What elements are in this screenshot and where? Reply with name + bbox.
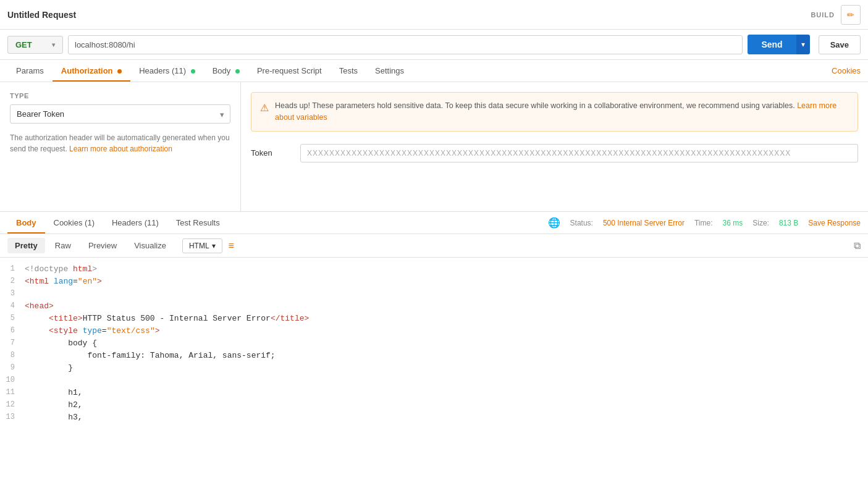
code-line-9: 9 }	[0, 363, 868, 375]
resp-tab-body[interactable]: Body	[7, 212, 45, 234]
line-number: 6	[0, 326, 25, 335]
main-content: TYPE Bearer Token No Auth API Key Basic …	[0, 82, 868, 212]
code-line-11: 11 h1,	[0, 387, 868, 400]
code-line-3: 3	[0, 288, 868, 301]
tab-pre-request-script[interactable]: Pre-request Script	[248, 60, 331, 82]
line-content: <html lang="en">	[25, 277, 868, 286]
type-select-wrapper: Bearer Token No Auth API Key Basic Auth …	[10, 104, 230, 124]
page-title: Untitled Request	[7, 10, 76, 20]
line-number: 9	[0, 363, 25, 372]
size-label: Size:	[752, 219, 769, 227]
copy-icon[interactable]: ⧉	[854, 240, 861, 251]
tab-tests[interactable]: Tests	[331, 60, 366, 82]
line-content: <!doctype html>	[25, 264, 868, 274]
line-number: 7	[0, 339, 25, 347]
alert-box: ⚠ Heads up! These parameters hold sensit…	[251, 92, 858, 132]
line-content: h3,	[25, 413, 868, 422]
build-label: BUILD	[811, 11, 835, 19]
edit-button[interactable]: ✏	[841, 5, 861, 25]
line-content: }	[25, 363, 868, 373]
line-number: 3	[0, 289, 25, 298]
token-label: Token	[251, 148, 288, 158]
view-tab-preview[interactable]: Preview	[81, 238, 124, 253]
tab-params[interactable]: Params	[7, 60, 53, 82]
token-row: Token	[251, 144, 858, 162]
wrap-icon[interactable]: ≡	[229, 240, 234, 251]
line-number: 2	[0, 277, 25, 285]
body-dot	[235, 69, 240, 74]
tab-settings[interactable]: Settings	[366, 60, 413, 82]
code-line-5: 5 <title>HTTP Status 500 - Internal Serv…	[0, 313, 868, 326]
resp-tab-headers[interactable]: Headers (11)	[103, 212, 167, 234]
chevron-down-icon: ▾	[212, 242, 216, 250]
tab-authorization[interactable]: Authorization	[53, 60, 130, 82]
token-input[interactable]	[300, 144, 858, 162]
tab-body[interactable]: Body	[204, 60, 248, 82]
line-number: 12	[0, 400, 25, 409]
type-select[interactable]: Bearer Token No Auth API Key Basic Auth …	[10, 104, 230, 124]
code-line-8: 8 font-family: Tahoma, Arial, sans-serif…	[0, 350, 868, 363]
top-bar: Untitled Request BUILD ✏	[0, 0, 868, 30]
code-line-2: 2 <html lang="en">	[0, 276, 868, 288]
tab-headers[interactable]: Headers (11)	[130, 60, 204, 82]
auth-description: The authorization header will be automat…	[10, 132, 230, 154]
view-tab-raw[interactable]: Raw	[48, 238, 78, 253]
globe-icon: 🌐	[548, 217, 560, 229]
url-input[interactable]	[68, 35, 743, 54]
line-number: 13	[0, 413, 25, 421]
resp-tab-cookies[interactable]: Cookies (1)	[45, 212, 103, 234]
line-content: font-family: Tahoma, Arial, sans-serif;	[25, 351, 868, 360]
chevron-down-icon: ▾	[52, 41, 55, 48]
line-content: h1,	[25, 388, 868, 397]
line-number: 5	[0, 314, 25, 322]
type-label: TYPE	[10, 92, 230, 99]
time-value: 36 ms	[723, 219, 743, 227]
learn-more-link[interactable]: Learn more about authorization	[69, 145, 172, 153]
alert-content: Heads up! These parameters hold sensitiv…	[275, 100, 849, 124]
send-button[interactable]: Send	[748, 35, 796, 54]
line-content: body {	[25, 339, 868, 348]
line-number: 10	[0, 376, 25, 384]
line-content: <style type="text/css">	[25, 326, 868, 335]
code-line-6: 6 <style type="text/css">	[0, 326, 868, 338]
code-line-13: 13 h3,	[0, 412, 868, 424]
line-content: h2,	[25, 400, 868, 410]
status-value: 500 Internal Server Error	[603, 219, 685, 227]
time-label: Time:	[694, 219, 713, 227]
line-content: <title>HTTP Status 500 - Internal Server…	[25, 314, 868, 323]
line-number: 8	[0, 351, 25, 360]
method-label: GET	[15, 40, 32, 49]
alert-icon: ⚠	[260, 101, 269, 116]
line-number: 1	[0, 264, 25, 273]
save-response-button[interactable]: Save Response	[808, 219, 861, 227]
line-number: 11	[0, 388, 25, 397]
code-line-4: 4 <head>	[0, 301, 868, 313]
send-arrow-button[interactable]: ▾	[796, 35, 810, 54]
line-content: <head>	[25, 301, 868, 311]
status-label: Status:	[570, 219, 593, 227]
top-bar-right: BUILD ✏	[811, 5, 861, 25]
code-line-12: 12 h2,	[0, 400, 868, 412]
code-line-10: 10	[0, 375, 868, 387]
code-line-7: 7 body {	[0, 338, 868, 350]
send-button-group: Send ▾	[748, 35, 809, 54]
right-panel: ⚠ Heads up! These parameters hold sensit…	[241, 82, 868, 211]
code-line-1: 1 <!doctype html>	[0, 264, 868, 276]
format-select[interactable]: HTML ▾	[182, 238, 222, 253]
request-tabs: Params Authorization Headers (11) Body P…	[0, 60, 868, 82]
left-panel: TYPE Bearer Token No Auth API Key Basic …	[0, 82, 241, 211]
view-tab-visualize[interactable]: Visualize	[127, 238, 174, 253]
code-area: 1 <!doctype html> 2 <html lang="en"> 3 4…	[0, 258, 868, 431]
headers-dot	[191, 69, 195, 74]
view-tabs: Pretty Raw Preview Visualize HTML ▾ ≡ ⧉	[0, 234, 868, 258]
method-select[interactable]: GET ▾	[7, 36, 63, 54]
cookies-link[interactable]: Cookies	[832, 66, 861, 75]
response-tabs: Body Cookies (1) Headers (11) Test Resul…	[0, 212, 868, 234]
response-status-area: 🌐 Status: 500 Internal Server Error Time…	[548, 217, 861, 229]
resp-tab-test-results[interactable]: Test Results	[167, 212, 229, 234]
view-tab-pretty[interactable]: Pretty	[7, 238, 45, 253]
line-number: 4	[0, 301, 25, 310]
authorization-dot	[117, 69, 122, 74]
save-button[interactable]: Save	[819, 35, 861, 54]
size-value: 813 B	[779, 219, 798, 227]
